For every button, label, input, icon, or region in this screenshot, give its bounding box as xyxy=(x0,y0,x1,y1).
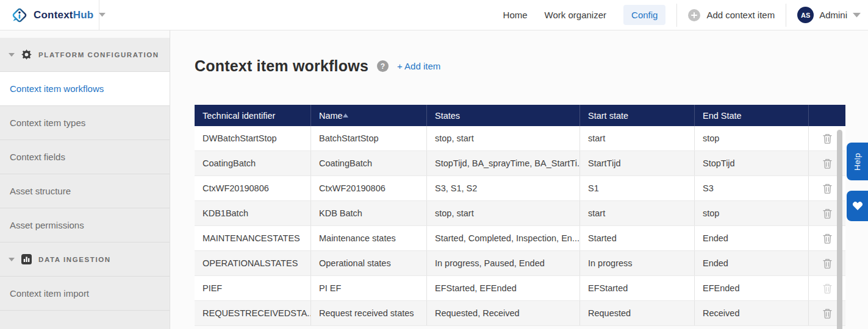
table-row[interactable]: REQUESTRECEIVEDSTA...Request received st… xyxy=(195,301,845,326)
cell-name: PI EF xyxy=(310,276,426,300)
nav-item-home[interactable]: Home xyxy=(503,10,528,20)
table-row[interactable]: MAINTENANCESTATESMaintenance statesStart… xyxy=(195,226,845,251)
nav-divider xyxy=(676,4,677,27)
cell-name: Request received states xyxy=(310,301,426,325)
table-row[interactable]: PIEFPI EFEFStarted, EFEndedEFStartedEFEn… xyxy=(195,276,845,301)
trash-icon[interactable] xyxy=(823,183,832,194)
cell-technical-identifier: CoatingBatch xyxy=(195,151,310,175)
column-header-label: States xyxy=(435,111,460,121)
cell-end-state: stop xyxy=(694,126,808,150)
table-scrollbar[interactable] xyxy=(837,130,842,329)
column-header-end-state[interactable]: End State xyxy=(694,105,808,126)
nav-item-work-organizer[interactable]: Work organizer xyxy=(545,10,606,20)
logo-chevron-down-icon xyxy=(99,13,106,17)
top-navigation: HomeWork organizerConfig Add context ite… xyxy=(503,4,868,27)
cell-states: EFStarted, EFEnded xyxy=(426,276,579,300)
add-context-item-label: Add context item xyxy=(706,10,775,20)
cell-technical-identifier: MAINTENANCESTATES xyxy=(195,226,310,250)
sidebar-item-context-fields[interactable]: Context fields xyxy=(0,140,170,174)
sort-asc-icon xyxy=(343,113,348,118)
cell-start-state: StartTijd xyxy=(579,151,694,175)
workflows-table: Technical identifierNameStatesStart stat… xyxy=(195,105,845,326)
column-header-start-state[interactable]: Start state xyxy=(579,105,694,126)
cell-technical-identifier: CtxWF20190806 xyxy=(195,176,310,200)
cell-name: BatchStartStop xyxy=(310,126,426,150)
column-header-actions[interactable] xyxy=(808,105,845,126)
cell-name: CoatingBatch xyxy=(310,151,426,175)
gear-icon xyxy=(21,49,32,60)
page-title: Context item workflows xyxy=(195,57,368,75)
sidebar-item-partial xyxy=(0,311,170,329)
sidebar-item-asset-permissions[interactable]: Asset permissions xyxy=(0,208,170,242)
user-menu[interactable]: AS Admini xyxy=(797,7,861,23)
cell-technical-identifier: KDB1Batch xyxy=(195,201,310,225)
column-header-label: Name xyxy=(319,111,343,121)
trash-icon[interactable] xyxy=(823,258,832,269)
add-context-item-button[interactable]: Add context item xyxy=(688,9,775,21)
trash-icon[interactable] xyxy=(823,133,832,144)
cell-name: CtxWF20190806 xyxy=(310,176,426,200)
cell-start-state: Requested xyxy=(579,301,694,325)
help-tab[interactable]: Help xyxy=(847,143,868,180)
plus-circle-icon xyxy=(688,9,700,21)
column-header-technical-identifier[interactable]: Technical identifier xyxy=(195,105,310,126)
column-header-name[interactable]: Name xyxy=(310,105,426,126)
cell-start-state: start xyxy=(579,201,694,225)
cell-states: S3, S1, S2 xyxy=(426,176,579,200)
avatar: AS xyxy=(797,7,814,23)
user-chevron-down-icon xyxy=(853,13,861,18)
cell-name: Operational states xyxy=(310,251,426,275)
sidebar-item-context-item-types[interactable]: Context item types xyxy=(0,106,170,140)
cell-end-state: StopTijd xyxy=(694,151,808,175)
table-row[interactable]: CtxWF20190806CtxWF20190806S3, S1, S2S1S3 xyxy=(195,176,845,201)
sidebar-section-title: DATA INGESTION xyxy=(38,256,111,263)
column-header-label: End State xyxy=(703,111,742,121)
cell-end-state: Received xyxy=(694,301,808,325)
sidebar-section-title: PLATFORM CONFIGURATION xyxy=(38,51,159,58)
cell-start-state: start xyxy=(579,126,694,150)
cell-name: Maintenance states xyxy=(310,226,426,250)
app-logo[interactable]: ContextHub xyxy=(0,0,99,30)
help-question-icon[interactable]: ? xyxy=(377,60,389,72)
sidebar-item-asset-structure[interactable]: Asset structure xyxy=(0,174,170,208)
column-header-label: Start state xyxy=(588,111,628,121)
nav-item-config[interactable]: Config xyxy=(623,5,665,25)
table-row[interactable]: OPERATIONALSTATESOperational statesIn pr… xyxy=(195,251,845,276)
favorites-button[interactable] xyxy=(847,191,868,221)
cell-technical-identifier: DWBatchStartStop xyxy=(195,126,310,150)
table-row[interactable]: CoatingBatchCoatingBatchStopTijd, BA_spr… xyxy=(195,151,845,176)
trash-icon[interactable] xyxy=(823,233,832,244)
trash-icon[interactable] xyxy=(823,158,832,169)
table-header-row: Technical identifierNameStatesStart stat… xyxy=(195,105,845,126)
cell-name: KDB Batch xyxy=(310,201,426,225)
cell-states: StopTijd, BA_sprayTime, BA_StartTi... xyxy=(426,151,579,175)
cell-end-state: EFEnded xyxy=(694,276,808,300)
main-content: Context item workflows ? + Add item Tech… xyxy=(171,30,868,329)
user-name: Admini xyxy=(819,10,847,20)
trash-icon xyxy=(823,283,832,294)
cell-technical-identifier: OPERATIONALSTATES xyxy=(195,251,310,275)
cell-end-state: Ended xyxy=(694,251,808,275)
cell-states: Started, Completed, Inspection, En... xyxy=(426,226,579,250)
cell-states: stop, start xyxy=(426,126,579,150)
sidebar-section-header-platform-configuration[interactable]: PLATFORM CONFIGURATION xyxy=(0,38,170,72)
table-row[interactable]: KDB1BatchKDB Batchstop, startstartstop xyxy=(195,201,845,226)
contexthub-logo-icon xyxy=(11,7,28,24)
heart-icon xyxy=(853,202,863,210)
sidebar-section-header-data-ingestion[interactable]: DATA INGESTION xyxy=(0,242,170,277)
column-header-states[interactable]: States xyxy=(426,105,579,126)
table-row[interactable]: DWBatchStartStopBatchStartStopstop, star… xyxy=(195,126,845,151)
cell-end-state: S3 xyxy=(694,176,808,200)
topbar: ContextHub HomeWork organizerConfig Add … xyxy=(0,0,868,30)
add-item-link[interactable]: + Add item xyxy=(397,61,440,71)
trash-icon[interactable] xyxy=(823,208,832,219)
cell-states: Requested, Received xyxy=(426,301,579,325)
cell-start-state: S1 xyxy=(579,176,694,200)
cell-end-state: Ended xyxy=(694,226,808,250)
column-header-label: Technical identifier xyxy=(203,111,275,121)
trash-icon[interactable] xyxy=(823,308,832,319)
cell-start-state: EFStarted xyxy=(579,276,694,300)
sidebar-item-context-item-workflows[interactable]: Context item workflows xyxy=(0,72,170,106)
sidebar-item-context-item-import[interactable]: Context item import xyxy=(0,277,170,311)
cell-start-state: In progress xyxy=(579,251,694,275)
